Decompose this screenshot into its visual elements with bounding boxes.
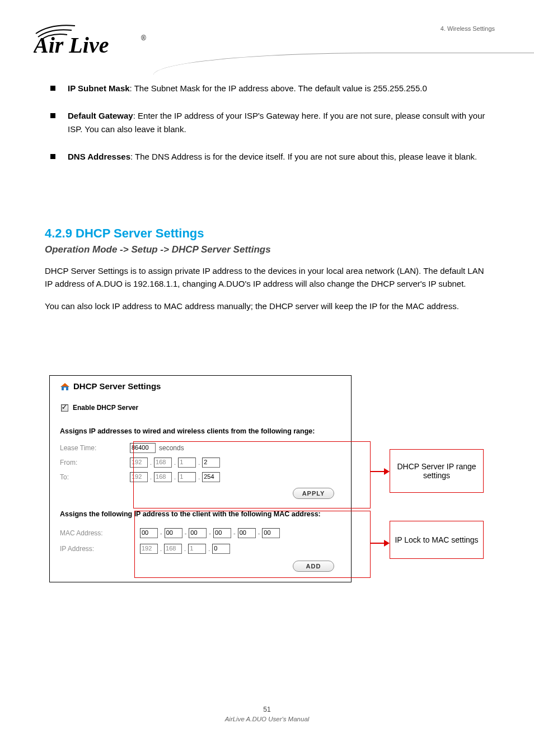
- page-number: 51: [0, 706, 534, 713]
- bullet-list: IP Subnet Mask: The Subnet Mask for the …: [50, 82, 489, 178]
- bullet-text: DNS Addresses: The DNS Address is for th…: [68, 150, 489, 163]
- footer: 51 AirLive A.DUO User's Manual: [0, 706, 534, 722]
- lease-time-label: Lease Time:: [60, 444, 130, 452]
- arrow-range: [371, 468, 390, 475]
- bullet-text: Default Gateway: Enter the IP address of…: [68, 109, 489, 136]
- section-heading: 4.2.9 DHCP Server Settings: [45, 226, 204, 241]
- highlight-box-mac: [134, 511, 371, 578]
- bullet-marker: [50, 86, 55, 91]
- header-curve: [153, 53, 534, 75]
- enable-dhcp-checkbox[interactable]: [61, 404, 68, 412]
- home-icon: [60, 382, 70, 391]
- panel-title: DHCP Server Settings: [60, 381, 161, 391]
- chapter-title: 4. Wireless Settings: [372, 25, 495, 33]
- ip-label: IP Address:: [60, 545, 140, 553]
- arrow-mac: [371, 540, 390, 547]
- bullet-text: IP Subnet Mask: The Subnet Mask for the …: [68, 82, 489, 95]
- from-label: From:: [60, 459, 130, 466]
- enable-dhcp-label: Enable DHCP Server: [73, 404, 138, 412]
- enable-dhcp-row: Enable DHCP Server: [61, 404, 138, 412]
- svg-rect-4: [64, 388, 66, 390]
- section-breadcrumb: Operation Mode -> Setup -> DHCP Server S…: [45, 244, 271, 255]
- svg-text:Air Live: Air Live: [34, 32, 109, 55]
- to-label: To:: [60, 473, 130, 481]
- svg-marker-2: [60, 383, 69, 387]
- section-body: DHCP Server Settings is to assign privat…: [45, 264, 489, 312]
- bullet-marker: [50, 154, 55, 159]
- callout-mac: IP Lock to MAC settings: [390, 521, 484, 559]
- bullet-item: IP Subnet Mask: The Subnet Mask for the …: [50, 82, 489, 95]
- logo: Air Live ®: [34, 21, 151, 57]
- callout-range: DHCP Server IP range settings: [390, 449, 484, 493]
- bullet-item: Default Gateway: Enter the IP address of…: [50, 109, 489, 136]
- bullet-item: DNS Addresses: The DNS Address is for th…: [50, 150, 489, 163]
- highlight-box-range: [133, 441, 371, 508]
- bullet-marker: [50, 113, 55, 118]
- mac-label: MAC Address:: [60, 529, 140, 537]
- svg-text:®: ®: [141, 34, 146, 42]
- footer-line: AirLive A.DUO User's Manual: [225, 716, 310, 722]
- assigns-range-label: Assigns IP addresses to wired and wirele…: [60, 427, 315, 435]
